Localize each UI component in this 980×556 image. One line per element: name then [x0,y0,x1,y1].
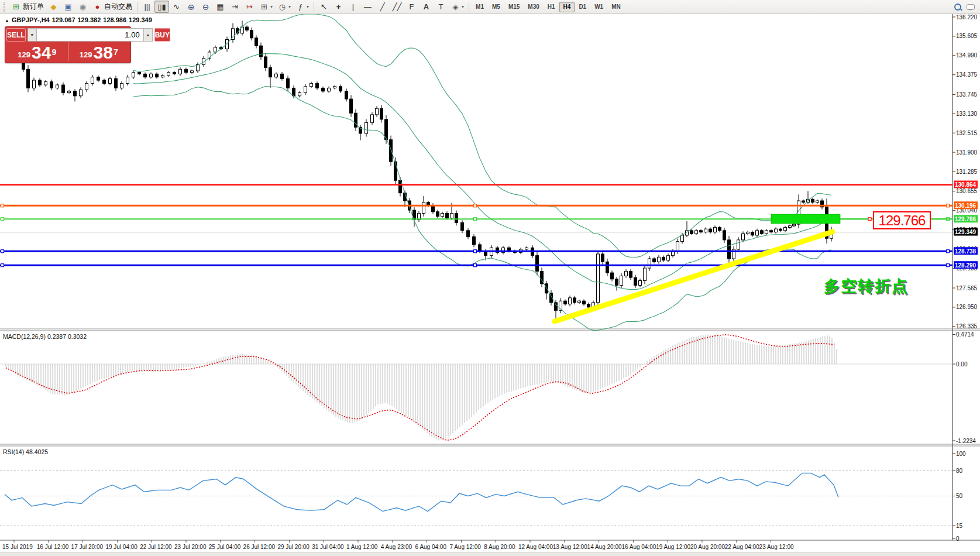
buy-button[interactable]: BUY [154,28,170,42]
fibonacci-button[interactable]: F [404,1,419,13]
sell-price-prefix: 129 [18,49,30,61]
new-order-button[interactable]: ⊞新订单 [9,1,46,13]
svg-text:134.375: 134.375 [956,71,978,78]
crosshair-icon: + [333,2,343,12]
arrows-button[interactable]: ◈▾ [448,1,466,13]
horizontal-line-button[interactable]: — [360,1,375,13]
timeframe-w1-button[interactable]: W1 [590,2,607,12]
svg-text:136.220: 136.220 [956,14,978,20]
svg-text:19 Jul 04:00: 19 Jul 04:00 [105,544,137,550]
data-window-button[interactable]: ▣ [61,1,75,13]
svg-text:128.290: 128.290 [955,262,976,269]
profiles-button[interactable]: ◷▾ [275,1,293,13]
svg-text:128.738: 128.738 [955,248,976,255]
vertical-line-button[interactable]: | [346,1,360,13]
timeframe-m1-button[interactable]: M1 [472,2,488,12]
price-tag-annotation[interactable]: 129.766 [873,211,931,229]
symbol-name: GBPJPY-,H4 [12,16,50,23]
svg-text:50: 50 [956,493,963,499]
toolbar-separator [137,2,137,12]
svg-text:22 Jul 12:00: 22 Jul 12:00 [140,544,172,550]
volume-increase-button[interactable]: ▲ [143,28,153,42]
timeframe-h4-button[interactable]: H4 [559,2,575,12]
toolbar-grip [4,2,6,12]
svg-text:126.950: 126.950 [956,304,978,310]
trendline-icon: ╱ [377,2,387,12]
svg-text:0: 0 [956,536,960,542]
volume-decrease-button[interactable]: ▼ [27,28,37,42]
svg-text:12 Aug 04:00: 12 Aug 04:00 [518,544,553,550]
svg-text:133.130: 133.130 [956,111,978,117]
profiles-icon: ◷ [277,2,287,12]
svg-text:22 Aug 04:00: 22 Aug 04:00 [725,544,759,550]
navigator-button[interactable]: ◉ [75,1,90,13]
svg-text:-1.2234: -1.2234 [956,438,976,444]
cursor-button[interactable]: ↖ [317,1,331,13]
chevron-down-icon: ▾ [270,4,273,9]
sell-price[interactable]: 129 34 9 [6,42,68,61]
line-chart-button[interactable]: ∿ [169,1,184,13]
timeframe-mn-button[interactable]: MN [607,2,625,12]
symbol-info-bar: ▲GBPJPY-,H4129.067129.382128.986129.349 [5,16,154,23]
timeframe-m30-button[interactable]: M30 [524,2,543,12]
toolbar: ⊞新订单◆▣◉●自动交易|||▯▮∿⊕⊖▦⇥↦⊞▾◷▾ƒ▾↖+|—╱╱╱FAT◈… [0,0,980,14]
search-icon [954,3,962,11]
svg-text:6 Aug 04:00: 6 Aug 04:00 [415,544,447,550]
svg-text:129.349: 129.349 [955,229,976,235]
timeframe-d1-button[interactable]: D1 [575,2,590,12]
channel-icon: ╱╱ [392,2,402,12]
zoom-out-button[interactable]: ⊖ [198,1,213,13]
new-chart-button[interactable]: ⊞▾ [257,1,275,13]
ohlc-close: 129.349 [129,16,152,23]
chevron-down-icon: ▾ [462,4,464,9]
chat-button[interactable] [964,1,978,13]
timeframe-m15-button[interactable]: M15 [504,2,524,12]
volume-input[interactable] [37,28,143,42]
turning-point-annotation[interactable]: 多空转折点 [824,276,909,297]
timeframe-h1-button[interactable]: H1 [544,2,559,12]
svg-text:135.605: 135.605 [956,33,978,39]
bar-chart-button[interactable]: ||| [140,1,154,13]
trade-panel-collapse-icon[interactable]: ▲ [5,18,9,23]
text-button[interactable]: A [419,1,434,13]
chat-icon [967,4,975,11]
vertical-line-icon: | [348,2,358,12]
zoom-in-button[interactable]: ⊕ [184,1,198,13]
horizontal-line-icon: — [363,2,373,12]
toolbar-separator [314,2,314,12]
cursor-icon: ↖ [319,2,329,12]
svg-text:132.515: 132.515 [956,130,978,136]
svg-text:23 Jul 20:00: 23 Jul 20:00 [174,544,207,550]
svg-text:126.335: 126.335 [956,323,978,330]
svg-text:133.745: 133.745 [956,91,978,98]
svg-text:134.990: 134.990 [956,52,978,59]
svg-text:15: 15 [956,523,963,529]
chart-shift-button[interactable]: ↦ [242,1,257,13]
buy-price-big: 38 [94,44,113,61]
highlight-zone[interactable] [771,214,840,224]
tile-windows-button[interactable]: ▦ [213,1,228,13]
zoom-in-icon: ⊕ [186,2,196,12]
auto-trading-button[interactable]: ●自动交易 [90,1,135,13]
svg-text:131.285: 131.285 [956,169,978,175]
search-button[interactable] [951,1,964,13]
auto-shift-icon: ⇥ [230,2,240,12]
svg-text:26 Jul 12:00: 26 Jul 12:00 [243,544,276,550]
indicators-list-button[interactable]: ƒ▾ [293,1,311,13]
sell-button[interactable]: SELL [6,28,26,42]
candlestick-chart-button[interactable]: ▯▮ [154,1,169,13]
svg-text:131.900: 131.900 [956,149,978,156]
new-chart-icon: ⊞ [259,2,269,12]
ohlc-high: 129.382 [78,16,101,23]
styler-button[interactable]: ◆ [46,1,61,13]
buy-price[interactable]: 129 38 7 [68,42,130,61]
crosshair-button[interactable]: + [331,1,346,13]
text-label-button[interactable]: T [434,1,448,13]
text-label-icon: T [436,2,446,12]
text-icon: A [421,2,431,12]
equidistant-channel-button[interactable]: ╱╱ [390,1,404,13]
trendline-button[interactable]: ╱ [375,1,390,13]
new-order-icon: ⊞ [11,2,21,12]
timeframe-m5-button[interactable]: M5 [488,2,504,12]
auto-shift-button[interactable]: ⇥ [228,1,242,13]
